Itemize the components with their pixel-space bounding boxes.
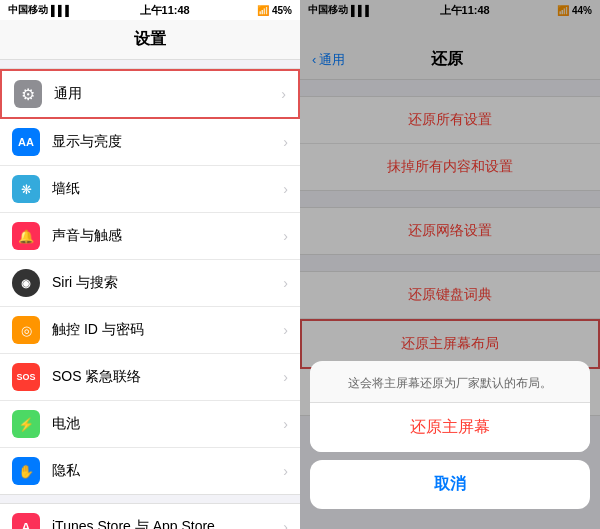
sos-icon: SOS <box>12 363 40 391</box>
dialog-cancel-button[interactable]: 取消 <box>310 460 590 509</box>
general-chevron: › <box>281 86 286 102</box>
sos-chevron: › <box>283 369 288 385</box>
left-status-bar: 中国移动 ▌▌▌ 上午11:48 📶 45% <box>0 0 300 20</box>
settings-item-privacy[interactable]: ✋ 隐私 › <box>0 448 300 494</box>
settings-item-itunes[interactable]: A iTunes Store 与 App Store › <box>0 504 300 529</box>
left-wifi-icon: 📶 <box>257 5 269 16</box>
general-icon: ⚙ <box>14 80 42 108</box>
battery-label: 电池 <box>52 415 283 433</box>
dialog-confirm-button[interactable]: 还原主屏幕 <box>310 403 590 452</box>
left-time: 上午11:48 <box>140 3 190 18</box>
itunes-icon: A <box>12 513 40 529</box>
itunes-label: iTunes Store 与 App Store <box>52 518 283 529</box>
settings-item-sound[interactable]: 🔔 声音与触感 › <box>0 213 300 260</box>
settings-item-siri[interactable]: ◉ Siri 与搜索 › <box>0 260 300 307</box>
settings-group-store: A iTunes Store 与 App Store › ◈ 钱包与 Apple… <box>0 503 300 529</box>
siri-chevron: › <box>283 275 288 291</box>
settings-item-wallpaper[interactable]: ❋ 墙纸 › <box>0 166 300 213</box>
settings-item-battery[interactable]: ⚡ 电池 › <box>0 401 300 448</box>
right-panel: 中国移动 ▌▌▌ 上午11:48 📶 44% ‹ 通用 还原 还原所有设置 抹掉… <box>300 0 600 529</box>
wallpaper-icon: ❋ <box>12 175 40 203</box>
settings-item-display[interactable]: AA 显示与亮度 › <box>0 119 300 166</box>
battery-chevron: › <box>283 416 288 432</box>
privacy-label: 隐私 <box>52 462 283 480</box>
left-signal-icon: ▌▌▌ <box>51 5 72 16</box>
siri-label: Siri 与搜索 <box>52 274 283 292</box>
left-nav-title: 设置 <box>134 29 166 50</box>
dialog-message: 这会将主屏幕还原为厂家默认的布局。 <box>310 361 590 402</box>
left-status-right: 📶 45% <box>257 5 292 16</box>
dialog-box: 这会将主屏幕还原为厂家默认的布局。 还原主屏幕 <box>310 361 590 452</box>
settings-item-general[interactable]: ⚙ 通用 › <box>0 69 300 119</box>
sos-label: SOS 紧急联络 <box>52 368 283 386</box>
display-icon: AA <box>12 128 40 156</box>
sound-chevron: › <box>283 228 288 244</box>
battery-icon: ⚡ <box>12 410 40 438</box>
privacy-chevron: › <box>283 463 288 479</box>
dialog-overlay: 这会将主屏幕还原为厂家默认的布局。 还原主屏幕 取消 <box>300 0 600 529</box>
left-battery: 45% <box>272 5 292 16</box>
touch-icon: ◎ <box>12 316 40 344</box>
wallpaper-chevron: › <box>283 181 288 197</box>
privacy-icon: ✋ <box>12 457 40 485</box>
itunes-chevron: › <box>283 519 288 529</box>
general-label: 通用 <box>54 85 281 103</box>
left-carrier: 中国移动 <box>8 3 48 17</box>
left-status-left: 中国移动 ▌▌▌ <box>8 3 72 17</box>
settings-group-main: ⚙ 通用 › AA 显示与亮度 › ❋ 墙纸 › 🔔 声音与触感 › ◉ Si <box>0 68 300 495</box>
settings-list: ⚙ 通用 › AA 显示与亮度 › ❋ 墙纸 › 🔔 声音与触感 › ◉ Si <box>0 60 300 529</box>
left-panel: 中国移动 ▌▌▌ 上午11:48 📶 45% 设置 ⚙ 通用 › AA 显示与亮… <box>0 0 300 529</box>
touch-label: 触控 ID 与密码 <box>52 321 283 339</box>
display-chevron: › <box>283 134 288 150</box>
sound-label: 声音与触感 <box>52 227 283 245</box>
wallpaper-label: 墙纸 <box>52 180 283 198</box>
left-nav-bar: 设置 <box>0 20 300 60</box>
settings-item-touch[interactable]: ◎ 触控 ID 与密码 › <box>0 307 300 354</box>
sound-icon: 🔔 <box>12 222 40 250</box>
display-label: 显示与亮度 <box>52 133 283 151</box>
settings-item-sos[interactable]: SOS SOS 紧急联络 › <box>0 354 300 401</box>
siri-icon: ◉ <box>12 269 40 297</box>
touch-chevron: › <box>283 322 288 338</box>
